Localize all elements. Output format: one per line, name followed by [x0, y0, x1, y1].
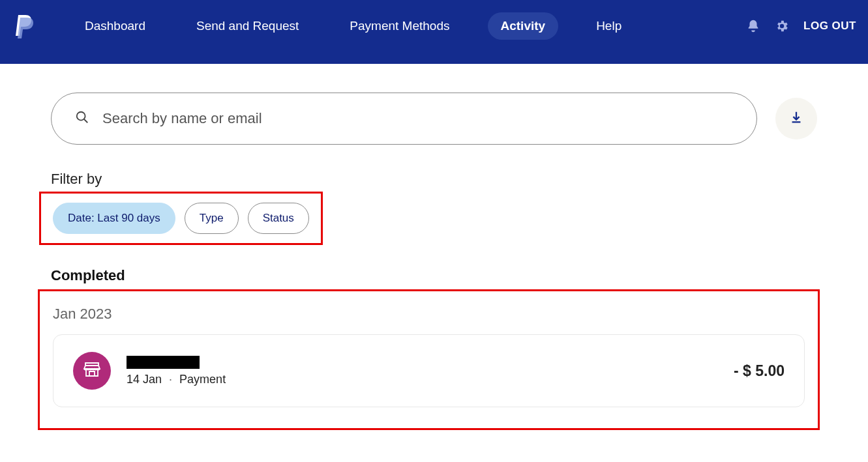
transaction-row[interactable]: 14 Jan · Payment - $ 5.00: [53, 334, 805, 407]
logout-link[interactable]: LOG OUT: [803, 20, 856, 33]
section-title: Completed: [51, 267, 817, 284]
separator-dot: ·: [169, 373, 172, 386]
svg-point-0: [77, 112, 85, 121]
nav-payment-methods[interactable]: Payment Methods: [337, 12, 462, 40]
search-box[interactable]: [51, 93, 757, 145]
nav-dashboard[interactable]: Dashboard: [72, 12, 158, 40]
merchant-avatar: [73, 352, 111, 390]
search-input[interactable]: [102, 110, 733, 127]
svg-line-1: [84, 119, 88, 123]
top-nav: Dashboard Send and Request Payment Metho…: [0, 0, 868, 64]
transaction-info: 14 Jan · Payment: [127, 356, 226, 386]
filter-title: Filter by: [51, 171, 817, 188]
merchant-name-redacted: [127, 356, 200, 369]
download-button[interactable]: [775, 98, 817, 139]
search-row: [51, 93, 817, 145]
filter-chips: Date: Last 90 days Type Status: [39, 192, 323, 245]
month-label: Jan 2023: [53, 306, 805, 323]
filter-chip-status[interactable]: Status: [248, 203, 309, 234]
paypal-logo[interactable]: [14, 14, 35, 38]
transaction-subtitle: 14 Jan · Payment: [127, 373, 226, 386]
transaction-amount: - $ 5.00: [734, 362, 785, 380]
search-icon: [75, 110, 89, 127]
transaction-date: 14 Jan: [127, 373, 162, 386]
nav-activity[interactable]: Activity: [488, 12, 559, 40]
nav-help[interactable]: Help: [583, 12, 635, 40]
header-actions: LOG OUT: [746, 19, 856, 33]
download-icon: [789, 110, 803, 127]
gear-icon[interactable]: [775, 19, 789, 33]
main-content: Filter by Date: Last 90 days Type Status…: [0, 64, 868, 430]
filter-chip-type[interactable]: Type: [185, 203, 239, 234]
transaction-type: Payment: [179, 373, 226, 386]
transaction-list: Jan 2023 14 Jan · Pay: [38, 289, 820, 430]
nav-send-request[interactable]: Send and Request: [183, 12, 312, 40]
filter-chip-date[interactable]: Date: Last 90 days: [53, 203, 175, 234]
bell-icon[interactable]: [746, 19, 760, 33]
store-icon: [82, 359, 102, 383]
filter-section: Filter by Date: Last 90 days Type Status: [51, 171, 817, 245]
nav-links: Dashboard Send and Request Payment Metho…: [72, 12, 635, 40]
